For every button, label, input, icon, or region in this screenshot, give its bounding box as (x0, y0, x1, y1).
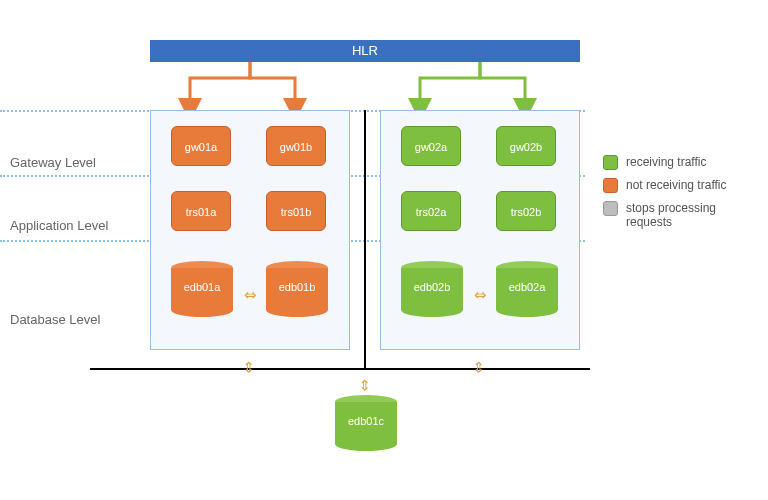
rail-horizontal (90, 368, 590, 370)
legend-swatch-green (603, 155, 618, 170)
cluster-right: gw02a gw02b trs02a trs02b edb02b edb02a … (380, 110, 580, 350)
legend: receiving traffic not receiving traffic … (603, 155, 748, 237)
node-gw01a: gw01a (171, 126, 231, 166)
sync-arrow-left: ⇔ (235, 286, 265, 304)
diagram-canvas: HLR Gateway Level Application Level Data… (0, 0, 768, 500)
row-label-database: Database Level (10, 312, 130, 327)
hlr-label: HLR (150, 40, 580, 62)
legend-gray: stops processing requests (603, 201, 748, 229)
node-trs02b: trs02b (496, 191, 556, 231)
sync-arrow-right: ⇔ (465, 286, 495, 304)
legend-swatch-orange (603, 178, 618, 193)
legend-green-label: receiving traffic (626, 155, 706, 169)
node-trs01b: trs01b (266, 191, 326, 231)
legend-swatch-gray (603, 201, 618, 216)
rail-link-left-icon: ⇔ (240, 361, 258, 374)
cluster-left: gw01a gw01b trs01a trs01b edb01a edb01b … (150, 110, 350, 350)
legend-orange: not receiving traffic (603, 178, 748, 193)
rail-link-right-icon: ⇔ (470, 361, 488, 374)
legend-orange-label: not receiving traffic (626, 178, 727, 192)
node-gw02a: gw02a (401, 126, 461, 166)
legend-gray-label: stops processing requests (626, 201, 748, 229)
node-trs02a: trs02a (401, 191, 461, 231)
node-gw01b: gw01b (266, 126, 326, 166)
rail-link-witness-icon: ⇔ (356, 379, 374, 392)
rail-vertical (364, 110, 366, 370)
row-label-gateway: Gateway Level (10, 155, 130, 170)
node-trs01a: trs01a (171, 191, 231, 231)
legend-green: receiving traffic (603, 155, 748, 170)
node-gw02b: gw02b (496, 126, 556, 166)
row-label-application: Application Level (10, 218, 130, 233)
